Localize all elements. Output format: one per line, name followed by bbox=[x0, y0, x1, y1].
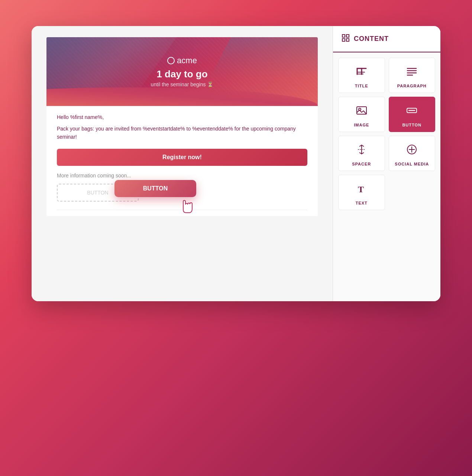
email-body-text: Pack your bags: you are invited from %ev… bbox=[57, 125, 307, 141]
hero-bg-shape2 bbox=[209, 37, 318, 78]
content-grid: TITLE PARAGRAPH bbox=[333, 52, 440, 215]
button-label: BUTTON bbox=[402, 123, 421, 127]
hand-cursor-icon bbox=[180, 195, 198, 215]
svg-rect-5 bbox=[342, 39, 345, 41]
title-icon bbox=[355, 65, 368, 80]
content-item-text[interactable]: T TEXT bbox=[338, 175, 385, 210]
image-label: IMAGE bbox=[354, 123, 369, 127]
svg-rect-6 bbox=[346, 39, 349, 41]
content-item-title[interactable]: TITLE bbox=[338, 58, 385, 93]
email-body: Hello %first name%, Pack your bags: you … bbox=[46, 106, 318, 216]
svg-rect-3 bbox=[342, 35, 345, 37]
text-label: TEXT bbox=[356, 201, 368, 205]
drag-drop-area: BUTTON BUTTON bbox=[57, 184, 307, 206]
spacer-label: SPACER bbox=[352, 162, 371, 166]
content-panel: CONTENT TITLE bbox=[333, 26, 440, 301]
logo-circle-icon bbox=[167, 57, 175, 64]
text-icon: T bbox=[355, 182, 368, 197]
svg-rect-4 bbox=[346, 35, 349, 37]
content-item-button[interactable]: BUTTON bbox=[389, 97, 436, 132]
register-now-button[interactable]: Register now! bbox=[57, 149, 307, 166]
more-info-text: More information coming soon... bbox=[57, 173, 307, 178]
app-window: acme 1 day to go until the seminar begin… bbox=[32, 26, 440, 301]
paragraph-label: PARAGRAPH bbox=[397, 84, 427, 88]
title-label: TITLE bbox=[355, 84, 368, 88]
hero-logo: acme bbox=[167, 56, 197, 65]
content-item-image[interactable]: IMAGE bbox=[338, 97, 385, 132]
hero-banner: acme 1 day to go until the seminar begin… bbox=[46, 37, 318, 106]
logo-text: acme bbox=[177, 56, 197, 65]
paragraph-icon bbox=[405, 65, 418, 80]
social-media-label: SOCIAL MEDIA bbox=[395, 162, 429, 166]
email-card: acme 1 day to go until the seminar begin… bbox=[46, 37, 318, 216]
hero-subtitle: until the seminar begins ⏳ bbox=[151, 81, 214, 87]
panel-title: CONTENT bbox=[354, 35, 389, 43]
email-preview: acme 1 day to go until the seminar begin… bbox=[32, 26, 333, 301]
svg-text:T: T bbox=[358, 184, 364, 194]
hero-wave bbox=[46, 87, 318, 106]
button-icon bbox=[405, 104, 418, 119]
social-media-icon bbox=[405, 143, 418, 158]
image-icon bbox=[355, 104, 368, 119]
grid-icon bbox=[341, 33, 350, 44]
content-item-paragraph[interactable]: PARAGRAPH bbox=[389, 58, 436, 93]
hero-title: 1 day to go bbox=[156, 68, 207, 80]
email-greeting: Hello %first name%, bbox=[57, 114, 307, 120]
spacer-icon bbox=[355, 143, 368, 158]
panel-header[interactable]: CONTENT bbox=[333, 26, 440, 52]
content-item-spacer[interactable]: SPACER bbox=[338, 136, 385, 171]
content-item-social-media[interactable]: SOCIAL MEDIA bbox=[389, 136, 436, 171]
